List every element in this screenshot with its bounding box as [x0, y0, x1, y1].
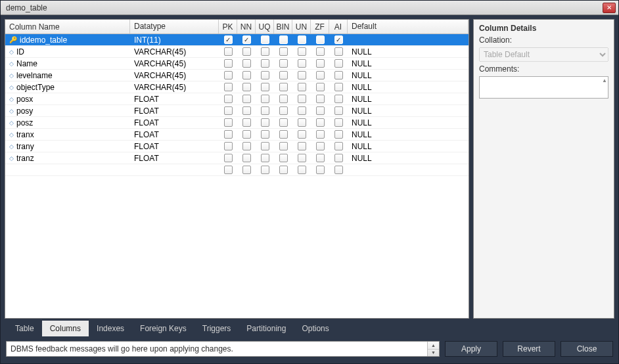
zf-checkbox[interactable] — [316, 154, 325, 162]
spinner-down-icon[interactable]: ▼ — [428, 350, 439, 357]
uq-checkbox[interactable] — [261, 130, 269, 139]
ai-checkbox[interactable] — [334, 47, 343, 56]
bin-checkbox[interactable] — [279, 71, 288, 80]
uq-checkbox[interactable] — [261, 166, 269, 174]
cell-pk[interactable] — [219, 165, 237, 175]
apply-button[interactable]: Apply — [445, 341, 497, 357]
cell-uq[interactable] — [256, 47, 274, 57]
cell-uq[interactable] — [256, 82, 274, 92]
cell-ai[interactable] — [329, 141, 348, 151]
cell-uq[interactable] — [256, 141, 274, 151]
cell-default[interactable] — [348, 170, 469, 171]
table-row[interactable]: ◇posyFLOATNULL — [5, 105, 469, 117]
table-row[interactable]: ◇objectTypeVARCHAR(45)NULL — [5, 81, 469, 93]
cell-ai[interactable]: ✓ — [329, 35, 348, 45]
header-column-name[interactable]: Column Name — [5, 20, 130, 34]
cell-nn[interactable] — [237, 106, 256, 116]
cell-ai[interactable] — [329, 165, 348, 175]
cell-default[interactable]: NULL — [348, 82, 469, 93]
zf-checkbox[interactable] — [316, 71, 325, 80]
zf-checkbox[interactable] — [316, 95, 325, 103]
bin-checkbox[interactable] — [279, 154, 288, 162]
un-checkbox[interactable] — [298, 71, 306, 80]
bin-checkbox[interactable] — [279, 106, 288, 115]
cell-column-name[interactable]: ◇tranx — [5, 129, 130, 140]
cell-datatype[interactable] — [130, 170, 219, 171]
cell-column-name[interactable]: ◇tranz — [5, 153, 130, 164]
ai-checkbox[interactable] — [334, 130, 343, 139]
cell-pk[interactable] — [219, 129, 237, 139]
bin-checkbox[interactable] — [279, 59, 288, 68]
cell-un[interactable] — [292, 70, 311, 80]
cell-default[interactable] — [348, 39, 469, 41]
nn-checkbox[interactable] — [242, 95, 251, 103]
revert-button[interactable]: Revert — [503, 341, 555, 357]
header-pk[interactable]: PK — [219, 20, 237, 34]
cell-column-name[interactable]: 🔑iddemo_table — [5, 35, 130, 45]
cell-datatype[interactable]: FLOAT — [130, 106, 219, 116]
cell-zf[interactable] — [311, 58, 329, 68]
nn-checkbox[interactable] — [242, 83, 251, 91]
tab-columns[interactable]: Columns — [42, 321, 89, 336]
cell-un[interactable] — [292, 129, 311, 139]
ai-checkbox[interactable] — [334, 83, 343, 91]
uq-checkbox[interactable] — [261, 59, 269, 68]
bin-checkbox[interactable] — [279, 47, 288, 56]
cell-un[interactable] — [292, 165, 311, 175]
cell-ai[interactable] — [329, 70, 348, 80]
nn-checkbox[interactable] — [242, 154, 251, 162]
cell-default[interactable]: NULL — [348, 94, 469, 104]
un-checkbox[interactable] — [298, 83, 306, 91]
header-nn[interactable]: NN — [237, 20, 256, 34]
cell-column-name[interactable]: ◇ID — [5, 47, 130, 57]
cell-column-name[interactable]: ◇posy — [5, 106, 130, 116]
header-uq[interactable]: UQ — [256, 20, 274, 34]
pk-checkbox[interactable] — [224, 59, 233, 68]
cell-datatype[interactable]: FLOAT — [130, 141, 219, 152]
cell-column-name[interactable]: ◇Name — [5, 58, 130, 69]
cell-datatype[interactable]: FLOAT — [130, 94, 219, 104]
tab-indexes[interactable]: Indexes — [89, 321, 132, 336]
table-row[interactable]: 🔑iddemo_tableINT(11)✓✓✓ — [5, 34, 469, 46]
tab-partitioning[interactable]: Partitioning — [239, 321, 294, 336]
cell-zf[interactable] — [311, 118, 329, 127]
cell-bin[interactable] — [274, 35, 292, 45]
table-row[interactable]: ◇tranyFLOATNULL — [5, 141, 469, 152]
cell-default[interactable]: NULL — [348, 106, 469, 116]
cell-nn[interactable]: ✓ — [237, 35, 256, 45]
cell-zf[interactable] — [311, 106, 329, 116]
nn-checkbox[interactable] — [242, 59, 251, 68]
cell-ai[interactable] — [329, 118, 348, 127]
cell-bin[interactable] — [274, 82, 292, 92]
uq-checkbox[interactable] — [261, 47, 269, 56]
cell-pk[interactable] — [219, 82, 237, 92]
cell-zf[interactable] — [311, 165, 329, 175]
uq-checkbox[interactable] — [261, 83, 269, 91]
pk-checkbox[interactable] — [224, 106, 233, 115]
cell-ai[interactable] — [329, 94, 348, 104]
window-close-button[interactable]: ✕ — [603, 3, 616, 13]
tab-table[interactable]: Table — [7, 321, 42, 336]
title-bar[interactable]: demo_table ✕ — [1, 1, 618, 15]
cell-default[interactable]: NULL — [348, 118, 469, 128]
cell-nn[interactable] — [237, 141, 256, 151]
table-row[interactable] — [5, 164, 469, 176]
un-checkbox[interactable] — [298, 106, 306, 115]
zf-checkbox[interactable] — [316, 130, 325, 139]
cell-bin[interactable] — [274, 129, 292, 139]
cell-datatype[interactable]: INT(11) — [130, 35, 219, 45]
cell-un[interactable] — [292, 141, 311, 151]
cell-default[interactable]: NULL — [348, 58, 469, 69]
cell-datatype[interactable]: FLOAT — [130, 153, 219, 164]
nn-checkbox[interactable] — [242, 166, 251, 174]
cell-pk[interactable] — [219, 70, 237, 80]
zf-checkbox[interactable] — [316, 118, 325, 127]
cell-bin[interactable] — [274, 94, 292, 104]
uq-checkbox[interactable] — [261, 35, 269, 44]
cell-bin[interactable] — [274, 47, 292, 57]
cell-ai[interactable] — [329, 106, 348, 116]
cell-zf[interactable] — [311, 70, 329, 80]
cell-uq[interactable] — [256, 165, 274, 175]
cell-datatype[interactable]: VARCHAR(45) — [130, 58, 219, 69]
uq-checkbox[interactable] — [261, 71, 269, 80]
